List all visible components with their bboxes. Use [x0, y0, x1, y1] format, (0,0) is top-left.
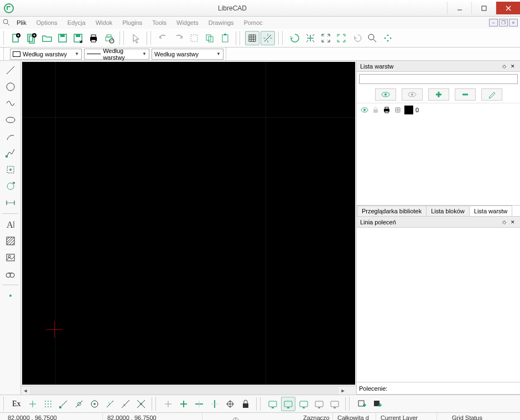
toolbar-handle[interactable]	[226, 48, 229, 61]
tab-library-browser[interactable]: Przeglądarka bibliotek	[357, 206, 427, 216]
print-preview-button[interactable]	[102, 31, 116, 45]
restrict-vertical-button[interactable]	[207, 397, 222, 411]
zoom-out-button[interactable]	[319, 31, 333, 45]
save-file-button[interactable]	[55, 31, 70, 45]
zoom-in-button[interactable]	[303, 31, 318, 45]
drawing-canvas[interactable]	[22, 62, 355, 385]
polyline-tool-button[interactable]	[3, 146, 18, 160]
set-relative-zero-button[interactable]	[223, 397, 237, 411]
mdi-restore-button[interactable]: ❐	[499, 19, 508, 27]
zoom-pan-button[interactable]	[381, 31, 395, 45]
exclusive-snap-label[interactable]: Ex	[9, 400, 24, 408]
linetype-bylayer-combo[interactable]: Według warstwy ▼	[84, 49, 149, 60]
lock-icon[interactable]	[371, 106, 380, 114]
command-panel-title[interactable]: Linia poleceń ◇ ✕	[357, 217, 520, 228]
block-tool-button[interactable]	[3, 267, 18, 281]
toolbar-handle[interactable]	[349, 397, 352, 411]
print-icon[interactable]	[382, 106, 391, 114]
menu-options[interactable]: Options	[32, 18, 62, 27]
scroll-track[interactable]	[30, 386, 339, 395]
cascade-button[interactable]	[312, 397, 326, 411]
tab-layer-list[interactable]: Lista warstw	[469, 206, 513, 216]
tab-block-list[interactable]: Lista bloków	[426, 206, 470, 216]
layer-add-button[interactable]	[428, 88, 449, 101]
menu-plugins[interactable]: Plugins	[118, 18, 147, 27]
zoom-previous-button[interactable]	[350, 31, 364, 45]
image-tool-button[interactable]	[3, 250, 18, 265]
snap-intersection-button[interactable]	[134, 397, 148, 411]
toolbar-handle[interactable]	[123, 32, 127, 45]
toolbar-handle[interactable]	[3, 48, 7, 61]
snap-on-entity-button[interactable]	[72, 397, 86, 411]
menu-search-icon[interactable]	[2, 18, 11, 27]
save-as-button[interactable]	[71, 31, 85, 45]
tile-button[interactable]	[327, 397, 342, 411]
spline-tool-button[interactable]	[3, 96, 18, 111]
zoom-redraw-button[interactable]	[288, 31, 302, 45]
layer-color-swatch[interactable]	[404, 106, 413, 114]
cut-button[interactable]	[187, 31, 201, 45]
grid-toggle-button[interactable]	[245, 31, 259, 45]
select-tool-button[interactable]	[3, 162, 18, 177]
layer-row[interactable]: 0	[358, 104, 519, 116]
snap-middle-button[interactable]	[103, 397, 117, 411]
copy-button[interactable]	[202, 31, 217, 45]
new-from-template-button[interactable]	[24, 31, 39, 45]
restrict-horizontal-button[interactable]	[192, 397, 206, 411]
layer-filter-input[interactable]	[359, 74, 518, 84]
horizontal-scrollbar[interactable]: ◄ ►	[21, 386, 356, 395]
block-insert-button[interactable]	[370, 397, 384, 411]
tab-mode-button[interactable]	[281, 397, 295, 411]
menu-widgets[interactable]: Widgets	[172, 18, 203, 27]
toolbar-handle[interactable]	[240, 32, 243, 45]
scroll-right-button[interactable]: ►	[339, 386, 347, 395]
ellipse-tool-button[interactable]	[3, 113, 18, 127]
mdi-close-button[interactable]: ×	[509, 19, 518, 27]
window-mode-button[interactable]	[297, 397, 311, 411]
arc-tool-button[interactable]	[3, 129, 18, 144]
layer-show-all-button[interactable]	[375, 88, 396, 101]
circle-tool-button[interactable]	[3, 80, 18, 94]
line-tool-button[interactable]	[3, 63, 18, 77]
lock-relative-zero-button[interactable]	[238, 397, 253, 411]
dimension-tool-button[interactable]	[3, 196, 18, 210]
paste-button[interactable]	[218, 31, 232, 45]
layer-hide-all-button[interactable]	[402, 88, 423, 101]
point-tool-button[interactable]	[3, 288, 18, 303]
panel-undock-button[interactable]: ◇	[500, 62, 508, 70]
modify-tool-button[interactable]	[3, 179, 18, 193]
menu-widok[interactable]: Widok	[91, 18, 117, 27]
command-input[interactable]	[389, 385, 518, 392]
open-file-button[interactable]	[40, 31, 54, 45]
window-maximize-button[interactable]	[471, 2, 496, 14]
color-bylayer-combo[interactable]: Według warstwy ▼	[10, 49, 82, 60]
lineweight-bylayer-combo[interactable]: Według warstwy ▼	[152, 49, 223, 60]
toolbar-handle[interactable]	[260, 397, 263, 411]
layers-panel-title[interactable]: Lista warstw ◇ ✕	[357, 61, 520, 72]
snap-distance-button[interactable]	[118, 397, 133, 411]
snap-free-button[interactable]	[25, 397, 40, 411]
snap-endpoint-button[interactable]	[56, 397, 71, 411]
select-pointer-button[interactable]	[129, 31, 143, 45]
window-close-button[interactable]	[496, 2, 520, 14]
toolbar-handle[interactable]	[282, 32, 285, 45]
menu-pomoc[interactable]: Pomoc	[240, 18, 267, 27]
new-file-button[interactable]	[9, 31, 23, 45]
eye-icon[interactable]	[360, 106, 369, 114]
text-tool-button[interactable]: A	[3, 217, 18, 232]
toolbar-handle[interactable]	[3, 32, 7, 45]
print-button[interactable]	[86, 31, 101, 45]
draft-mode-button[interactable]	[261, 31, 275, 45]
snap-grid-button[interactable]	[41, 397, 55, 411]
layer-edit-button[interactable]	[481, 88, 502, 101]
window-minimize-button[interactable]	[447, 2, 471, 14]
panel-close-button[interactable]: ✕	[509, 62, 517, 70]
toolbar-handle[interactable]	[155, 397, 159, 411]
zoom-auto-button[interactable]	[334, 31, 349, 45]
panel-undock-button[interactable]: ◇	[500, 218, 508, 226]
menu-tools[interactable]: Tools	[148, 18, 171, 27]
snap-center-button[interactable]	[87, 397, 102, 411]
scroll-left-button[interactable]: ◄	[21, 386, 30, 395]
toolbar-handle[interactable]	[150, 32, 154, 45]
restrict-orthogonal-button[interactable]	[176, 397, 191, 411]
